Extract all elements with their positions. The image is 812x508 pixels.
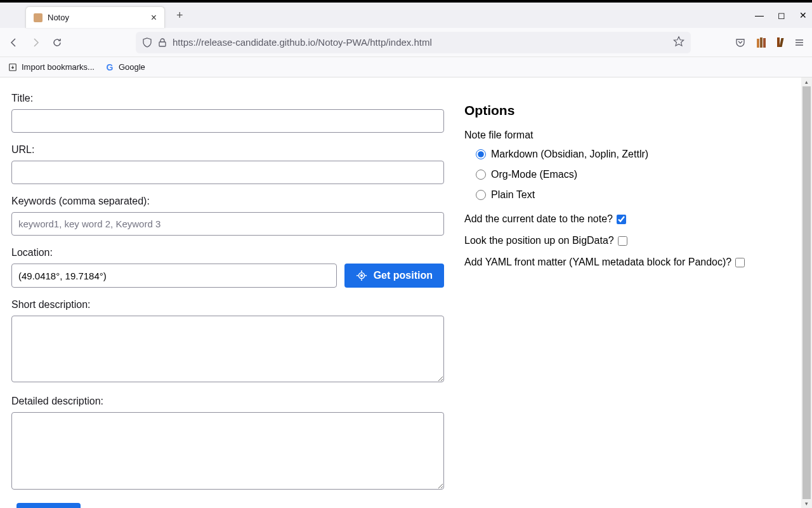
location-input[interactable] xyxy=(11,264,337,288)
title-label: Title: xyxy=(11,93,444,104)
crosshair-icon xyxy=(356,270,367,281)
bigdata-label: Look the position up on BigData? xyxy=(464,235,614,246)
format-radio-markdown[interactable]: Markdown (Obsidian, Joplin, Zettlr) xyxy=(476,149,790,160)
bookmarks-bar: Import bookmarks... G Google xyxy=(0,57,812,77)
format-radio-label: Org-Mode (Emacs) xyxy=(491,169,577,180)
url-text: https://release-candidate.github.io/Noto… xyxy=(173,37,668,48)
scroll-up-icon[interactable]: ▴ xyxy=(801,77,812,86)
options-panel: Options Note file format Markdown (Obsid… xyxy=(464,93,790,493)
title-input[interactable] xyxy=(11,109,444,133)
import-icon xyxy=(8,62,18,72)
keywords-input[interactable] xyxy=(11,212,444,236)
location-label: Location: xyxy=(11,247,444,258)
tab-bar: Notoy × + — ◻ ✕ xyxy=(0,3,812,28)
bookmark-star-icon[interactable] xyxy=(673,36,684,49)
close-window-icon[interactable]: ✕ xyxy=(799,10,807,20)
yaml-checkbox[interactable] xyxy=(735,258,745,267)
url-bar[interactable]: https://release-candidate.github.io/Noto… xyxy=(136,32,691,53)
browser-tab[interactable]: Notoy × xyxy=(25,6,165,28)
forward-button[interactable] xyxy=(29,36,42,49)
format-radio-input[interactable] xyxy=(476,170,486,180)
back-button[interactable] xyxy=(8,36,20,49)
main-form: Title: URL: Keywords (comma separated): … xyxy=(11,93,444,493)
format-radio-orgmode[interactable]: Org-Mode (Emacs) xyxy=(476,169,790,180)
tab-title: Notoy xyxy=(48,13,151,22)
format-radio-label: Plain Text xyxy=(491,189,535,201)
extensions-icon[interactable] xyxy=(777,37,783,47)
svg-rect-0 xyxy=(159,42,166,46)
yaml-label: Add YAML front matter (YAML metadata blo… xyxy=(464,257,731,268)
google-link[interactable]: G Google xyxy=(105,62,145,72)
browser-toolbar: https://release-candidate.github.io/Noto… xyxy=(0,28,812,57)
close-tab-icon[interactable]: × xyxy=(151,12,157,23)
import-bookmarks-label: Import bookmarks... xyxy=(22,62,95,72)
reload-button[interactable] xyxy=(51,36,63,49)
format-radio-label: Markdown (Obsidian, Joplin, Zettlr) xyxy=(491,149,648,160)
import-bookmarks-link[interactable]: Import bookmarks... xyxy=(8,62,95,72)
file-format-label: Note file format xyxy=(464,130,790,141)
tab-favicon xyxy=(34,13,43,22)
format-radio-input[interactable] xyxy=(476,149,486,159)
file-format-radio-group: Markdown (Obsidian, Joplin, Zettlr) Org-… xyxy=(464,149,790,201)
new-tab-button[interactable]: + xyxy=(176,9,183,22)
scroll-down-icon[interactable]: ▾ xyxy=(801,499,812,508)
options-heading: Options xyxy=(464,103,790,118)
detailed-desc-label: Detailed description: xyxy=(11,396,444,407)
short-desc-label: Short description: xyxy=(11,299,444,311)
google-label: Google xyxy=(119,62,145,72)
shield-icon[interactable] xyxy=(142,37,152,48)
menu-icon[interactable] xyxy=(794,37,804,48)
keywords-label: Keywords (comma separated): xyxy=(11,196,444,207)
svg-point-3 xyxy=(360,275,362,277)
google-icon: G xyxy=(105,62,115,72)
detailed-desc-input[interactable] xyxy=(11,412,444,490)
bigdata-checkbox[interactable] xyxy=(618,236,627,246)
format-radio-plaintext[interactable]: Plain Text xyxy=(476,189,790,201)
get-position-label: Get position xyxy=(374,270,433,281)
library-icon[interactable] xyxy=(757,37,766,48)
add-date-checkbox[interactable] xyxy=(617,215,626,224)
scrollbar-thumb[interactable] xyxy=(802,86,811,499)
maximize-icon[interactable]: ◻ xyxy=(778,10,785,20)
url-label: URL: xyxy=(11,144,444,156)
url-input[interactable] xyxy=(11,161,444,184)
vertical-scrollbar[interactable]: ▴ ▾ xyxy=(801,77,812,508)
add-date-label: Add the current date to the note? xyxy=(464,213,613,225)
lock-icon[interactable] xyxy=(157,37,167,48)
short-desc-input[interactable] xyxy=(11,316,444,382)
format-radio-input[interactable] xyxy=(476,190,486,200)
pocket-icon[interactable] xyxy=(735,37,745,48)
page-content: Title: URL: Keywords (comma separated): … xyxy=(0,77,801,508)
save-button[interactable]: Save xyxy=(16,503,81,508)
minimize-icon[interactable]: — xyxy=(755,10,764,20)
get-position-button[interactable]: Get position xyxy=(344,264,444,288)
